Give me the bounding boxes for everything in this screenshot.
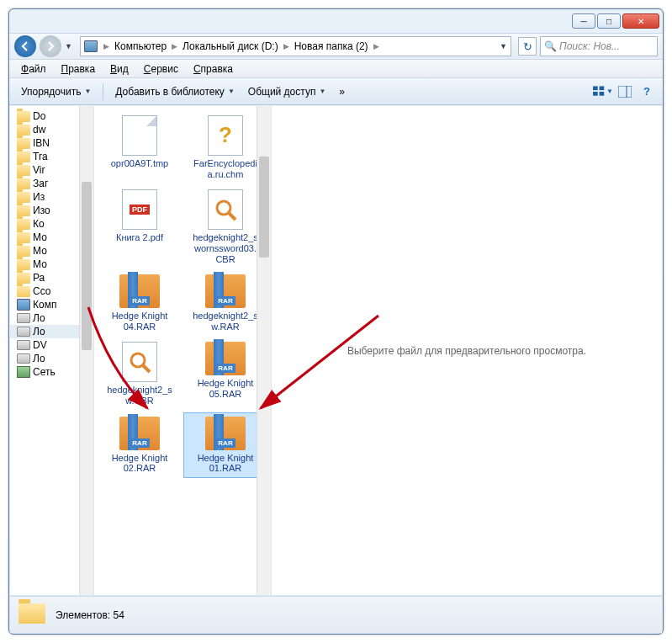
net-icon	[17, 366, 30, 378]
menu-help[interactable]: Справка	[187, 61, 240, 77]
svg-line-7	[229, 213, 235, 220]
search-input[interactable]: 🔍 Поиск: Нов...	[540, 36, 658, 56]
scrollbar[interactable]	[79, 106, 93, 595]
organize-button[interactable]: Упорядочить▼	[14, 82, 98, 101]
rar-icon: RAR	[205, 417, 246, 450]
folder-icon	[17, 178, 30, 189]
file-name: opr00A9T.tmp	[111, 158, 168, 169]
file-item[interactable]: opr00A9T.tmp	[98, 111, 182, 183]
minimize-button[interactable]: ─	[572, 13, 595, 29]
file-item[interactable]: RARHedge Knight 01.RAR	[183, 412, 267, 478]
arrow-left-icon	[19, 40, 31, 52]
toolbar-overflow-button[interactable]: »	[332, 82, 352, 101]
scrollbar-thumb[interactable]	[259, 157, 269, 258]
breadcrumb-drive[interactable]: Локальный диск (D:)	[180, 39, 281, 54]
folder-icon	[17, 125, 30, 136]
tree-item-label: Изо	[33, 205, 50, 216]
navigation-bar: ▼ ▶ Компьютер ▶ Локальный диск (D:) ▶ Но…	[9, 33, 663, 60]
item-count-label: Элементов: 54	[56, 609, 124, 621]
breadcrumb-computer[interactable]: Компьютер	[112, 39, 169, 54]
tree-item-label: Ло	[33, 326, 45, 337]
help-icon: ?	[643, 85, 650, 98]
navigation-tree[interactable]: DodwIBNTraVirЗагИзИзоКоМоМоМоРаСсоКомпЛо…	[10, 106, 94, 595]
arrow-right-icon	[45, 40, 56, 52]
nav-forward-button[interactable]	[40, 35, 61, 57]
breadcrumb-folder[interactable]: Новая папка (2)	[292, 39, 371, 54]
tree-item-label: Ра	[33, 272, 45, 284]
drive-icon	[17, 340, 30, 350]
maximize-button[interactable]: □	[597, 13, 621, 29]
add-to-library-button[interactable]: Добавить в библиотеку▼	[108, 82, 241, 101]
chevron-down-icon[interactable]: ▼	[500, 42, 507, 50]
svg-rect-0	[593, 86, 598, 90]
address-bar[interactable]: ▶ Компьютер ▶ Локальный диск (D:) ▶ Нова…	[80, 36, 511, 56]
file-item[interactable]: RARHedge Knight 05.RAR	[183, 337, 267, 410]
menu-tools[interactable]: Сервис	[137, 61, 185, 77]
folder-icon	[17, 151, 30, 162]
pdf-icon: PDF	[122, 189, 157, 230]
close-button[interactable]: ✕	[622, 13, 659, 29]
svg-rect-1	[600, 86, 605, 90]
command-bar: Упорядочить▼ Добавить в библиотеку▼ Общи…	[9, 78, 663, 105]
tree-item-label: Ло	[33, 353, 45, 364]
file-list[interactable]: opr00A9T.tmp?FarEncyclopedia.ru.chmPDFКн…	[94, 106, 271, 595]
tree-item-label: Мо	[33, 258, 47, 270]
scrollbar-thumb[interactable]	[82, 182, 92, 350]
chevron-right-icon: ▶	[281, 42, 292, 50]
menu-edit[interactable]: Правка	[55, 61, 103, 77]
view-mode-button[interactable]: ▼	[592, 82, 614, 102]
menu-file[interactable]: Файл	[14, 61, 53, 77]
chevron-right-icon: ▶	[371, 42, 382, 50]
drive-icon	[17, 327, 30, 337]
folder-icon	[17, 111, 30, 122]
file-item[interactable]: ?FarEncyclopedia.ru.chm	[183, 111, 267, 183]
nav-history-dropdown[interactable]: ▼	[65, 42, 77, 50]
svg-rect-3	[600, 92, 605, 96]
rar-icon: RAR	[119, 274, 160, 308]
folder-icon	[19, 603, 45, 627]
svg-rect-4	[618, 86, 632, 98]
tree-item-label: Tra	[33, 151, 48, 162]
file-name: hedgeknight2_swornssword03.CBR	[192, 232, 259, 264]
tree-item-label: Из	[33, 191, 45, 203]
tree-item-label: Vir	[33, 164, 45, 176]
help-file-icon: ?	[208, 115, 243, 156]
tree-item-label: Заг	[33, 178, 48, 189]
file-name: Hedge Knight 01.RAR	[192, 453, 259, 474]
rar-icon: RAR	[205, 342, 246, 375]
details-pane: Элементов: 54	[10, 596, 662, 633]
rar-icon: RAR	[119, 417, 160, 450]
tree-item-label: Мо	[33, 231, 47, 243]
help-button[interactable]: ?	[636, 82, 658, 102]
chevron-right-icon: ▶	[101, 42, 112, 50]
tree-item-label: dw	[33, 124, 45, 136]
tree-item-label: Do	[33, 110, 45, 122]
tree-item-label: IBN	[33, 137, 50, 149]
comp-icon	[17, 299, 30, 311]
chevron-down-icon: ▼	[606, 88, 613, 95]
file-item[interactable]: RARhedgeknight2_sw.RAR	[183, 270, 267, 336]
drive-icon	[17, 353, 30, 364]
menu-view[interactable]: Вид	[103, 61, 135, 77]
share-button[interactable]: Общий доступ▼	[241, 82, 333, 101]
svg-point-8	[131, 353, 145, 367]
folder-icon	[17, 286, 30, 297]
scrollbar[interactable]	[257, 106, 271, 595]
search-placeholder: Поиск: Нов...	[559, 40, 620, 52]
svg-point-6	[217, 201, 230, 215]
file-item[interactable]: RARHedge Knight 02.RAR	[98, 412, 182, 478]
file-item[interactable]: PDFКнига 2.pdf	[98, 185, 182, 268]
refresh-button[interactable]: ↻	[518, 37, 537, 56]
tree-item-label: Ссо	[33, 285, 50, 297]
tree-item-label: Комп	[33, 299, 56, 311]
nav-back-button[interactable]	[14, 35, 36, 57]
file-item[interactable]: hedgeknight2_sw.CBR	[98, 337, 182, 410]
folder-icon	[17, 246, 30, 257]
menu-bar: Файл Правка Вид Сервис Справка	[9, 60, 663, 78]
file-item[interactable]: RARHedge Knight 04.RAR	[98, 270, 182, 336]
preview-pane-button[interactable]	[614, 82, 636, 102]
titlebar: ─ □ ✕	[9, 9, 663, 33]
tree-item-label: Мо	[33, 245, 47, 257]
file-item[interactable]: hedgeknight2_swornssword03.CBR	[183, 185, 267, 268]
file-icon	[122, 115, 157, 156]
